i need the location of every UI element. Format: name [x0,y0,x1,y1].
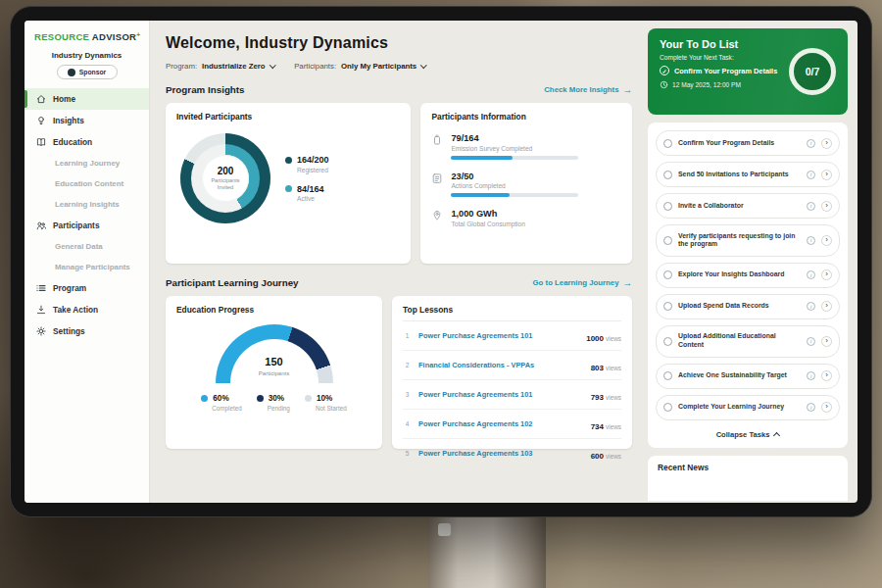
task-item[interactable]: Explore Your Insights Dashboard i › [656,263,840,288]
chevron-right-icon[interactable]: › [821,370,832,381]
check-more-insights-link[interactable]: Check More Insights → [544,84,632,95]
lesson-link[interactable]: Power Purchase Agreements 103 [418,449,584,458]
sidebar-item-education-content[interactable]: Education Content [24,173,149,194]
sidebar-item-participants[interactable]: Participants [24,215,149,236]
lesson-rank: 2 [403,362,412,368]
donut-center-label: Participants Invited [208,177,243,191]
task-item[interactable]: Verify participants requesting to join t… [656,224,840,257]
recent-news-title: Recent News [658,463,838,472]
info-icon[interactable]: i [807,171,815,179]
sidebar-item-settings[interactable]: Settings [24,320,149,342]
sidebar-item-program[interactable]: Program [24,277,149,299]
info-row-consumption: 1,000 GWh Total Global Consumption [431,209,621,227]
chevron-right-icon[interactable]: › [821,138,832,149]
task-checkbox[interactable] [663,302,672,311]
task-checkbox[interactable] [663,337,672,346]
task-item[interactable]: Complete Your Learning Journey i › [656,395,840,420]
task-checkbox[interactable] [663,270,672,279]
lesson-views: 793views [591,386,621,404]
legend-pending: 30% Pending [257,394,290,412]
task-item[interactable]: Send 50 Invitations to Participants i › [656,162,840,187]
pin-icon [431,210,443,221]
sidebar: RESOURCE ADVISOR+ Industry Dynamics Spon… [24,21,150,503]
sidebar-item-home[interactable]: Home [24,88,149,110]
sponsor-badge[interactable]: Sponsor [57,65,118,79]
task-label: Confirm Your Program Details [678,139,801,148]
info-icon[interactable]: i [807,202,815,211]
lesson-link[interactable]: Power Purchase Agreements 101 [418,331,579,340]
sidebar-item-label: General Data [55,242,103,251]
task-item[interactable]: Confirm Your Program Details i › [656,130,840,156]
lesson-rank: 1 [403,332,412,339]
task-checkbox[interactable] [663,171,672,179]
donut-center-value: 200 [218,166,234,176]
task-label: Invite a Collaborator [678,202,801,211]
legend-value: 164/200 [297,155,329,165]
progress-bar [451,193,578,197]
task-checkbox[interactable] [663,236,672,245]
task-checkbox[interactable] [663,403,672,412]
sidebar-nav: Home Insights Education Learning Journey… [24,88,149,342]
people-icon [36,220,46,230]
info-icon[interactable]: i [807,371,815,380]
stand-sticker [438,523,451,536]
todo-header-card: Your To Do List Complete Your Next Task:… [648,28,848,115]
info-icon[interactable]: i [807,270,815,279]
task-label: Explore Your Insights Dashboard [678,270,801,279]
info-icon[interactable]: i [807,139,815,148]
program-insights-header: Program Insights Check More Insights → [166,84,632,95]
card-title: Top Lessons [403,305,621,321]
invited-donut: 200 Participants Invited [180,133,270,223]
legend-value: 60% [213,394,228,403]
chevron-right-icon[interactable]: › [821,402,832,413]
sidebar-item-insights[interactable]: Insights [24,110,149,131]
lesson-link[interactable]: Power Purchase Agreements 102 [418,419,584,428]
participants-select[interactable]: Participants: Only My Participants [294,62,426,71]
task-item[interactable]: Achieve One Sustainability Target i › [656,364,840,389]
sidebar-item-manage-participants[interactable]: Manage Participants [24,257,149,277]
chevron-right-icon[interactable]: › [821,201,832,212]
legend-dot-registered [285,157,292,164]
legend-dot-pending [257,395,264,402]
todo-progress-ring: 0/7 [789,48,836,95]
task-item[interactable]: Upload Spend Data Records i › [656,294,840,319]
info-label: Actions Completed [451,182,578,189]
gauge-label: Participants [216,370,333,376]
info-icon[interactable]: i [807,302,815,311]
info-icon[interactable]: i [807,236,815,245]
chevron-right-icon[interactable]: › [821,336,832,347]
filters-bar: Program: Industrialize Zero Participants… [166,62,632,71]
chevron-right-icon[interactable]: › [821,301,832,312]
lesson-link[interactable]: Power Purchase Agreements 101 [418,390,584,399]
sidebar-item-education[interactable]: Education [24,131,149,153]
chevron-right-icon[interactable]: › [821,235,832,246]
collapse-tasks-button[interactable]: Collapse Tasks [656,426,840,446]
sidebar-item-general-data[interactable]: General Data [24,236,149,257]
sidebar-item-take-action[interactable]: Take Action [24,299,149,320]
lesson-views: 600views [591,445,621,463]
program-select[interactable]: Program: Industrialize Zero [166,62,274,71]
task-checkbox[interactable] [663,139,672,148]
chevron-right-icon[interactable]: › [821,270,832,280]
lesson-row: 1 Power Purchase Agreements 101 1000view… [403,321,621,351]
info-icon[interactable]: i [807,337,815,346]
task-item[interactable]: Invite a Collaborator i › [656,193,840,219]
logo-advisor: ADVISOR [92,31,136,42]
go-to-learning-journey-link[interactable]: Go to Learning Journey → [533,277,632,288]
legend-completed: 60% Completed [201,394,241,412]
link-label: Go to Learning Journey [533,278,619,287]
card-title: Invited Participants [176,112,400,122]
todo-next-task-label: Confirm Your Program Details [674,67,777,75]
sidebar-item-label: Participants [53,220,100,230]
task-checkbox[interactable] [663,371,672,380]
main-content: Welcome, Industry Dynamics Program: Indu… [150,21,644,503]
task-item[interactable]: Upload Additional Educational Content i … [656,325,840,358]
lesson-link[interactable]: Financial Considerations - VPPAs [418,361,584,369]
card-title: Participants Information [431,112,621,122]
task-checkbox[interactable] [663,202,672,211]
sidebar-item-learning-insights[interactable]: Learning Insights [24,194,149,215]
chevron-right-icon[interactable]: › [821,170,832,180]
sidebar-item-learning-journey[interactable]: Learning Journey [24,153,149,173]
info-icon[interactable]: i [807,403,815,412]
legend-label: Pending [268,405,290,412]
